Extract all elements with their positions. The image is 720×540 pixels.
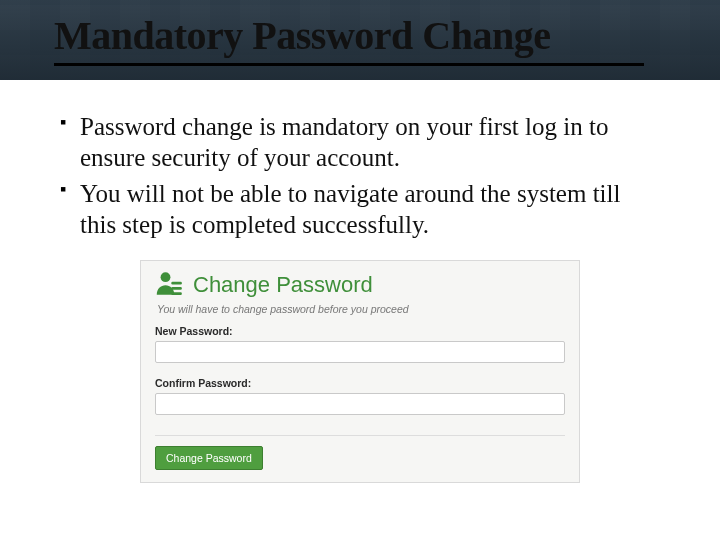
confirm-password-label: Confirm Password: [155, 377, 565, 389]
slide-title: Mandatory Password Change [54, 12, 644, 66]
new-password-label: New Password: [155, 325, 565, 337]
slide-header-band: Mandatory Password Change [0, 0, 720, 80]
panel-title: Change Password [193, 272, 373, 298]
confirm-password-input[interactable] [155, 393, 565, 415]
bullet-list: Password change is mandatory on your fir… [60, 112, 660, 240]
panel-header: Change Password [155, 269, 565, 301]
user-icon [155, 269, 183, 301]
svg-rect-1 [171, 282, 182, 285]
panel-subtext: You will have to change password before … [157, 303, 565, 315]
change-password-button[interactable]: Change Password [155, 446, 263, 470]
svg-rect-3 [171, 292, 182, 295]
new-password-input[interactable] [155, 341, 565, 363]
divider [155, 435, 565, 436]
bullet-item: Password change is mandatory on your fir… [60, 112, 660, 173]
change-password-panel: Change Password You will have to change … [140, 260, 580, 483]
svg-rect-2 [171, 287, 182, 290]
svg-point-0 [161, 272, 171, 282]
bullet-item: You will not be able to navigate around … [60, 179, 660, 240]
